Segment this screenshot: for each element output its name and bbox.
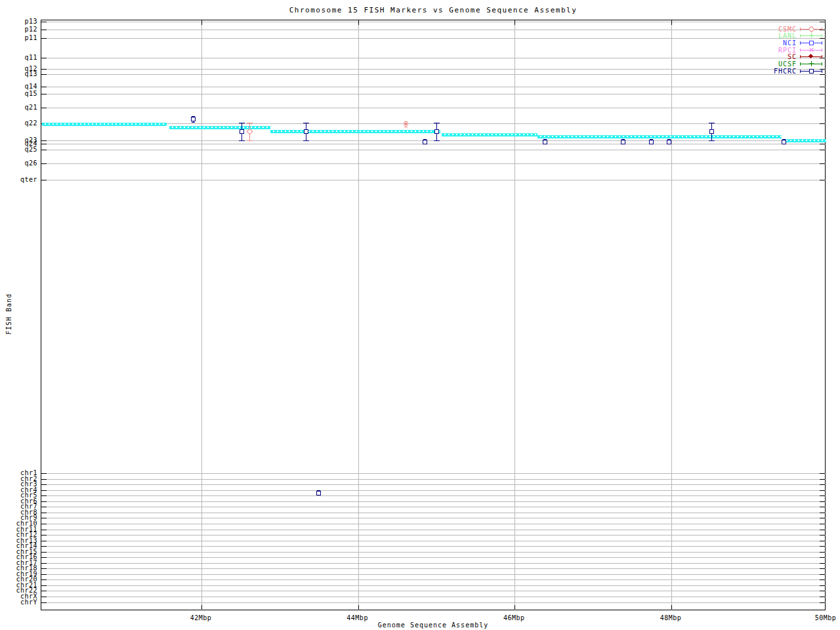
assembly-segment-dashes: [442, 134, 537, 135]
y-tick-label: chrY: [0, 598, 37, 605]
y-tick-right: [820, 591, 825, 591]
error-bar-cap-bottom: [709, 140, 715, 141]
y-tick-left: [41, 518, 47, 518]
y-tick-right: [820, 490, 825, 491]
y-tick-left: [41, 473, 47, 474]
point-marker-square: [304, 129, 308, 134]
y-tick-right: [820, 597, 825, 597]
y-tick-left: [41, 69, 47, 70]
plot-area: CSMCLANLNCIRPCISCUCSFFHCRC: [41, 20, 826, 610]
y-tick-right: [820, 58, 825, 58]
point-marker-square: [191, 117, 196, 121]
y-tick-right: [820, 495, 825, 496]
y-tick-right: [820, 30, 825, 30]
grid-line-h: [41, 74, 826, 75]
y-tick-label: q13: [0, 70, 37, 77]
error-bar-cap-top: [434, 123, 440, 123]
point-marker-diamond: [808, 26, 815, 32]
grid-line-h: [41, 94, 826, 94]
grid-line-h: [41, 513, 826, 513]
y-tick-left: [41, 591, 47, 591]
assembly-segment: [442, 133, 537, 136]
point-marker-plus: [809, 64, 814, 64]
x-tick-label: 42Mbp: [175, 614, 227, 621]
legend-sample-cap-left: [800, 34, 801, 37]
grid-line-v: [671, 20, 672, 611]
error-bar-cap-bottom: [303, 140, 309, 141]
legend-label-csmc: CSMC: [744, 25, 797, 32]
grid-line-h: [41, 507, 826, 507]
y-tick-right: [820, 38, 825, 39]
grid-line-h: [41, 150, 826, 150]
x-tick-label: 46Mbp: [488, 614, 540, 621]
y-tick-right: [820, 524, 825, 524]
y-tick-label: q15: [0, 90, 37, 97]
grid-line-h: [41, 518, 826, 518]
y-tick-label: p11: [0, 34, 37, 41]
point-marker-square: [809, 69, 814, 74]
y-tick-left: [41, 74, 47, 75]
grid-line-h: [41, 144, 826, 144]
y-tick-right: [820, 484, 825, 485]
y-tick-right: [820, 602, 825, 603]
y-tick-left: [41, 150, 47, 150]
error-bar-cap-top: [239, 123, 245, 123]
y-tick-label: q25: [0, 146, 37, 153]
y-tick-left: [41, 180, 47, 180]
y-tick-right: [820, 574, 825, 575]
y-tick-left: [41, 144, 47, 144]
x-tick-bottom: [671, 605, 672, 610]
y-tick-right: [820, 546, 825, 547]
point-marker-square: [240, 129, 244, 134]
y-tick-right: [820, 69, 825, 70]
y-tick-label: q22: [0, 119, 37, 127]
point-marker-square: [649, 140, 654, 144]
y-tick-right: [820, 568, 825, 569]
grid-line-h: [41, 58, 826, 58]
y-tick-right: [820, 541, 825, 541]
y-tick-right: [820, 507, 825, 507]
grid-line-h: [41, 579, 826, 580]
legend-sample-cap-right: [822, 49, 822, 52]
grid-line-h: [41, 108, 826, 108]
assembly-segment-dashes: [270, 131, 440, 132]
legend-sample-cap-right: [822, 34, 822, 37]
assembly-segment: [784, 139, 826, 142]
assembly-segment: [42, 123, 167, 126]
y-tick-left: [41, 579, 47, 580]
grid-line-h: [41, 524, 826, 524]
assembly-segment-dashes: [42, 123, 167, 125]
y-axis-title: FISH Band: [5, 282, 12, 347]
assembly-segment-dashes: [784, 140, 826, 141]
legend-label-rpci: RPCI: [744, 46, 797, 53]
x-tick-bottom: [201, 605, 202, 610]
grid-line-h: [41, 546, 826, 547]
y-tick-left: [41, 490, 47, 491]
point-marker-square: [434, 129, 439, 134]
y-tick-left: [41, 87, 47, 87]
grid-line-v: [201, 20, 202, 611]
point-marker-square: [423, 140, 427, 144]
y-tick-left: [41, 484, 47, 485]
point-marker-square: [621, 140, 625, 144]
legend-sample-cap-left: [800, 41, 801, 45]
grid-line-h: [41, 591, 826, 591]
grid-line-h: [41, 530, 826, 530]
grid-line-h: [41, 552, 826, 553]
y-tick-right: [820, 123, 825, 124]
x-tick-bottom: [358, 605, 359, 610]
legend-label-ucsf: UCSF: [744, 60, 797, 68]
y-tick-right: [820, 108, 825, 108]
point-marker-diamond: [246, 129, 253, 135]
legend-sample-cap-left: [800, 28, 801, 31]
grid-line-h: [41, 30, 826, 30]
grid-line-h: [41, 87, 826, 87]
y-tick-left: [41, 22, 47, 22]
y-tick-left: [41, 58, 47, 58]
legend-label-fhcrc: FHCRC: [744, 67, 797, 74]
legend-sample-cap-right: [822, 62, 822, 66]
legend-sample-cap-right: [822, 55, 822, 58]
point-marker-square: [543, 140, 547, 144]
x-tick-label: 50Mbp: [799, 614, 840, 621]
grid-line-h: [41, 180, 826, 180]
